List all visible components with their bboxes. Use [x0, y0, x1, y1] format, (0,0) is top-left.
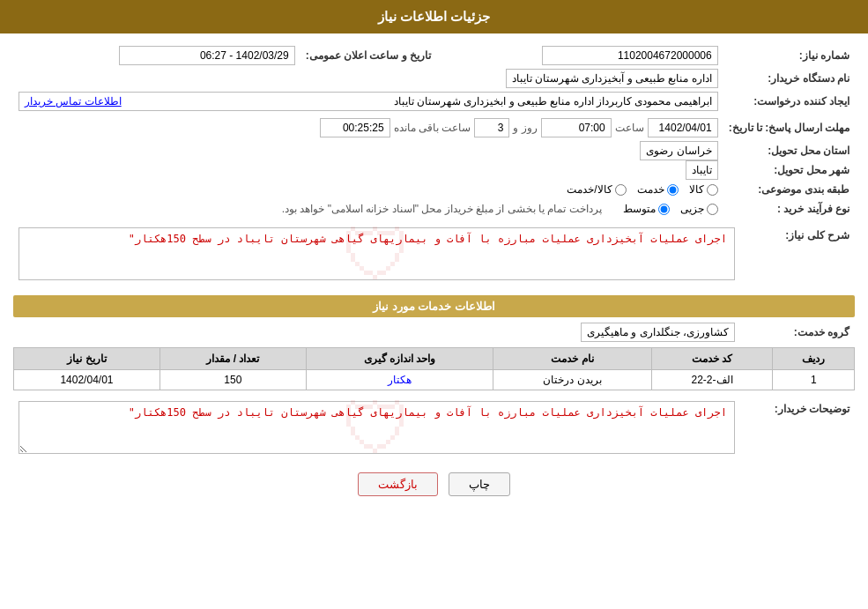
sharh-koli-textarea[interactable]	[19, 227, 735, 280]
ostan-value: خراسان رضوی	[13, 141, 723, 160]
services-table: ردیف کد خدمت نام خدمت واحد اندازه گیری ت…	[13, 347, 855, 390]
noe-farayand-row: جزیی متوسط پرداخت تمام یا بخشی از مبلغ خ…	[13, 199, 723, 219]
tabaqe-radio-kala-input[interactable]	[707, 184, 718, 196]
table-cell-vahedAndazegiri: هکتار	[306, 370, 493, 390]
ostan-field: خراسان رضوی	[640, 141, 717, 160]
ijavad-label: ایجاد کننده درخواست:	[723, 88, 855, 115]
sharh-koli-label: شرح کلی نیاز:	[740, 224, 855, 286]
noe-motavaset-label: متوسط	[623, 203, 656, 215]
tosifat-cell: 🛡	[13, 397, 740, 460]
tabaqe-radio-group: کالا خدمت کالا/خدمت	[19, 183, 718, 196]
tosifat-label: توضیحات خریدار:	[740, 397, 855, 460]
tabaqe-radio-kala[interactable]: کالا	[689, 183, 718, 196]
mohlat-baqi-field: 00:25:25	[320, 118, 390, 137]
top-info-table: شماره نیاز: 1102004672000006 تاریخ و ساع…	[13, 42, 855, 219]
page-title: جزئیات اطلاعات نیاز	[378, 9, 490, 24]
tabaqe-radio-khadamat[interactable]: خدمت	[637, 183, 679, 196]
shomare-niaz-field: 1102004672000006	[542, 46, 718, 65]
shahr-field: تایباد	[686, 160, 718, 180]
tarikh-label: تاریخ و ساعت اعلان عمومی:	[300, 42, 436, 69]
goroh-khadamat-table: گروه خدمت: کشاورزی، جنگلداری و ماهیگیری	[13, 323, 855, 342]
shahr-label: شهر محل تحویل:	[723, 160, 855, 180]
back-button[interactable]: بازگشت	[358, 472, 438, 496]
table-cell-namKhadamat: بریدن درختان	[493, 370, 651, 390]
noe-motavaset[interactable]: متوسط	[623, 203, 670, 215]
page-wrapper: جزئیات اطلاعات نیاز شماره نیاز: 11020046…	[0, 0, 868, 609]
col-radif: ردیف	[773, 348, 855, 370]
noe-jozi-label: جزیی	[680, 203, 704, 215]
tabaqe-khadamat-label: خدمت	[637, 183, 664, 196]
shomare-niaz-label: شماره نیاز:	[723, 42, 855, 69]
tabaqe-radio-kala-khadamat[interactable]: کالا/خدمت	[567, 183, 626, 196]
goroh-khadamat-label: گروه خدمت:	[740, 323, 855, 342]
tabaqe-kala-label: کالا	[689, 183, 704, 196]
table-cell-radif: 1	[773, 370, 855, 390]
mohlat-roz-label: روز و	[513, 122, 537, 134]
col-nam: نام خدمت	[493, 348, 651, 370]
khadamat-section-title: اطلاعات خدمات مورد نیاز	[13, 295, 855, 317]
table-cell-tedad: 150	[160, 370, 306, 390]
tabaqe-kala-khadamat-label: کالا/خدمت	[567, 183, 612, 196]
noe-motavaset-input[interactable]	[658, 204, 670, 215]
table-cell-kodKhadamat: الف-2-22	[651, 370, 773, 390]
tosifat-table: توضیحات خریدار: 🛡	[13, 397, 855, 460]
tarikh-field: 1402/03/29 - 06:27	[119, 46, 295, 65]
tabaqe-options: کالا خدمت کالا/خدمت	[13, 180, 723, 199]
mohlat-roz-field: 3	[474, 118, 509, 137]
table-cell-tarikhNiaz: 1402/04/01	[14, 370, 160, 390]
mohlat-date-field: 1402/04/01	[648, 118, 718, 137]
col-kod: کد خدمت	[651, 348, 773, 370]
sharh-table: شرح کلی نیاز: 🛡	[13, 224, 855, 286]
mohlat-baqi-label: ساعت باقی مانده	[394, 122, 471, 134]
mohlat-inline: 1402/04/01 ساعت 07:00 روز و 3 ساعت باقی …	[19, 118, 718, 137]
nam-dastgah-value: اداره منابع طبیعی و آبخیزداری شهرستان تا…	[13, 69, 723, 88]
mohlat-label: مهلت ارسال پاسخ: تا تاریخ:	[723, 115, 855, 141]
sharh-wrapper: 🛡	[19, 227, 735, 283]
sharh-koli-cell: 🛡	[13, 224, 740, 286]
ijavad-text: ابراهیمی محمودی کاربرداز اداره منابع طبی…	[394, 95, 712, 108]
page-header: جزئیات اطلاعات نیاز	[0, 0, 868, 33]
noe-farayand-note: پرداخت تمام یا بخشی از مبلغ خریداز محل "…	[282, 203, 602, 215]
tosifat-textarea[interactable]	[19, 401, 735, 454]
table-row: 1الف-2-22بریدن درختانهکتار1501402/04/01	[14, 370, 855, 390]
col-tarikh: تاریخ نیاز	[14, 348, 160, 370]
mohlat-time-label: ساعت	[615, 122, 644, 134]
ostan-label: استان محل تحویل:	[723, 141, 855, 160]
col-tedad: تعداد / مقدار	[160, 348, 306, 370]
print-button[interactable]: چاپ	[449, 472, 510, 496]
col-vahed: واحد اندازه گیری	[306, 348, 493, 370]
nam-dastgah-label: نام دستگاه خریدار:	[723, 69, 855, 88]
mohlat-row: 1402/04/01 ساعت 07:00 روز و 3 ساعت باقی …	[13, 115, 723, 141]
button-area: چاپ بازگشت	[13, 472, 855, 496]
noe-farayand-label: نوع فرآیند خرید :	[723, 199, 855, 219]
tabaqe-radio-kala-khadamat-input[interactable]	[615, 184, 627, 196]
noe-jozi-input[interactable]	[707, 204, 718, 215]
tabaqe-radio-khadamat-input[interactable]	[667, 184, 679, 196]
goroh-khadamat-value: کشاورزی، جنگلداری و ماهیگیری	[13, 323, 740, 342]
shomare-niaz-value: 1102004672000006	[436, 42, 723, 69]
main-content: شماره نیاز: 1102004672000006 تاریخ و ساع…	[0, 33, 868, 514]
goroh-khadamat-field: کشاورزی، جنگلداری و ماهیگیری	[581, 323, 735, 342]
nam-dastgah-field: اداره منابع طبیعی و آبخیزداری شهرستان تا…	[506, 69, 718, 88]
noe-jozi[interactable]: جزیی	[680, 203, 718, 215]
tosifat-wrapper: 🛡	[19, 401, 735, 457]
tabaqe-label: طبقه بندی موضوعی:	[723, 180, 855, 199]
contact-info-link[interactable]: اطلاعات تماس خریدار	[25, 95, 122, 108]
mohlat-time-field: 07:00	[541, 118, 612, 137]
tarikh-value: 1402/03/29 - 06:27	[13, 42, 300, 69]
ijavad-value: ابراهیمی محمودی کاربرداز اداره منابع طبی…	[13, 88, 723, 115]
noe-farayand-radio-group: جزیی متوسط پرداخت تمام یا بخشی از مبلغ خ…	[19, 203, 718, 215]
shahr-value: تایباد	[13, 160, 723, 180]
ijavad-field: ابراهیمی محمودی کاربرداز اداره منابع طبی…	[19, 92, 718, 111]
